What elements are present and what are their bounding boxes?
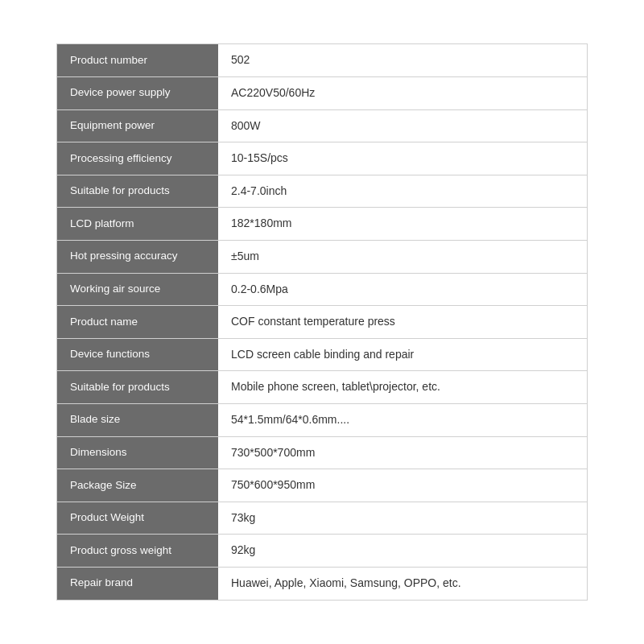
row-label: Repair brand bbox=[57, 567, 218, 599]
table-row: Product number502 bbox=[57, 44, 587, 76]
row-value: 0.2-0.6Mpa bbox=[218, 273, 587, 306]
table-row: Product gross weight92kg bbox=[57, 535, 587, 568]
table-row: Hot pressing accuracy±5um bbox=[57, 241, 587, 274]
row-label: Processing efficiency bbox=[57, 142, 218, 175]
row-value: 73kg bbox=[218, 502, 587, 535]
table-row: Product nameCOF constant temperature pre… bbox=[57, 306, 587, 339]
table-row: Dimensions730*500*700mm bbox=[57, 436, 587, 469]
row-label: LCD platform bbox=[57, 208, 218, 241]
table-row: Product Weight73kg bbox=[57, 502, 587, 535]
row-label: Working air source bbox=[57, 273, 218, 306]
row-value: 92kg bbox=[218, 535, 587, 568]
row-value: 800W bbox=[218, 109, 587, 142]
table-row: Processing efficiency10-15S/pcs bbox=[57, 142, 587, 175]
table-row: Suitable for productsMobile phone screen… bbox=[57, 371, 587, 404]
row-label: Equipment power bbox=[57, 109, 218, 142]
row-value: ±5um bbox=[218, 241, 587, 274]
row-label: Device functions bbox=[57, 338, 218, 371]
row-value: Huawei, Apple, Xiaomi, Samsung, OPPO, et… bbox=[218, 567, 587, 599]
table-row: Equipment power800W bbox=[57, 109, 587, 142]
row-value: 750*600*950mm bbox=[218, 469, 587, 502]
row-value: 54*1.5mm/64*0.6mm.... bbox=[218, 403, 587, 436]
row-label: Dimensions bbox=[57, 436, 218, 469]
table-row: Package Size750*600*950mm bbox=[57, 469, 587, 502]
row-value: 502 bbox=[218, 44, 587, 76]
row-value: COF constant temperature press bbox=[218, 306, 587, 339]
row-label: Suitable for products bbox=[57, 175, 218, 208]
table-row: Device power supplyAC220V50/60Hz bbox=[57, 77, 587, 110]
row-label: Blade size bbox=[57, 403, 218, 436]
row-value: 730*500*700mm bbox=[218, 436, 587, 469]
row-label: Product number bbox=[57, 44, 218, 76]
row-label: Package Size bbox=[57, 469, 218, 502]
row-label: Device power supply bbox=[57, 77, 218, 110]
table-row: LCD platform182*180mm bbox=[57, 208, 587, 241]
spec-table: Product number502Device power supplyAC22… bbox=[56, 43, 588, 600]
row-label: Hot pressing accuracy bbox=[57, 241, 218, 274]
table-row: Suitable for products2.4-7.0inch bbox=[57, 175, 587, 208]
row-value: 182*180mm bbox=[218, 208, 587, 241]
row-label: Suitable for products bbox=[57, 371, 218, 404]
row-label: Product gross weight bbox=[57, 535, 218, 568]
table-row: Blade size54*1.5mm/64*0.6mm.... bbox=[57, 403, 587, 436]
row-value: 2.4-7.0inch bbox=[218, 175, 587, 208]
row-value: LCD screen cable binding and repair bbox=[218, 338, 587, 371]
row-value: 10-15S/pcs bbox=[218, 142, 587, 175]
row-label: Product name bbox=[57, 306, 218, 339]
row-label: Product Weight bbox=[57, 502, 218, 535]
row-value: Mobile phone screen, tablet\projector, e… bbox=[218, 371, 587, 404]
row-value: AC220V50/60Hz bbox=[218, 77, 587, 110]
table-row: Working air source0.2-0.6Mpa bbox=[57, 273, 587, 306]
table-row: Repair brandHuawei, Apple, Xiaomi, Samsu… bbox=[57, 567, 587, 599]
table-row: Device functionsLCD screen cable binding… bbox=[57, 338, 587, 371]
